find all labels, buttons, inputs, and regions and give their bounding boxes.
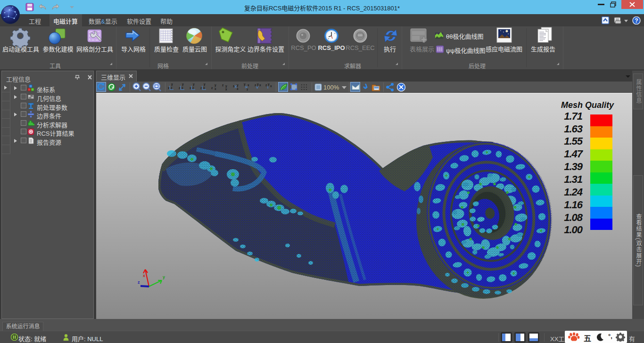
svg-text:x: x [225, 88, 227, 91]
svg-text:z: z [233, 84, 235, 88]
svg-text:z: z [200, 86, 202, 90]
svg-text:y: y [215, 83, 216, 87]
svg-text:z: z [222, 83, 224, 87]
svg-text:y: y [171, 82, 173, 86]
svg-text:y: y [204, 82, 206, 86]
svg-text:x: x [168, 86, 170, 90]
svg-text:y: y [237, 83, 239, 87]
svg-text:z: z [247, 88, 248, 91]
svg-text:x: x [259, 83, 261, 87]
svg-text:100%: 100% [323, 84, 339, 91]
svg-text:y: y [193, 82, 195, 86]
svg-text:z: z [265, 83, 267, 87]
svg-text:x: x [203, 86, 205, 90]
svg-text:z: z [192, 86, 194, 90]
svg-text:x: x [248, 83, 249, 87]
svg-text:?: ? [635, 17, 638, 24]
svg-text:y: y [163, 275, 165, 279]
svg-text:z: z [179, 86, 181, 90]
svg-text:x: x [190, 86, 191, 90]
svg-text:x: x [237, 87, 239, 90]
svg-text:x: x [270, 84, 272, 88]
svg-text:z: z [171, 86, 173, 90]
svg-text:y: y [244, 82, 246, 86]
svg-text:z: z [211, 86, 213, 90]
svg-text:x: x [215, 87, 216, 90]
svg-text:y: y [257, 82, 259, 86]
svg-text:x: x [143, 273, 145, 278]
svg-text:z: z [138, 280, 140, 285]
svg-text:x: x [182, 86, 183, 90]
svg-text:y: y [268, 82, 270, 86]
svg-text:y: y [182, 82, 184, 86]
